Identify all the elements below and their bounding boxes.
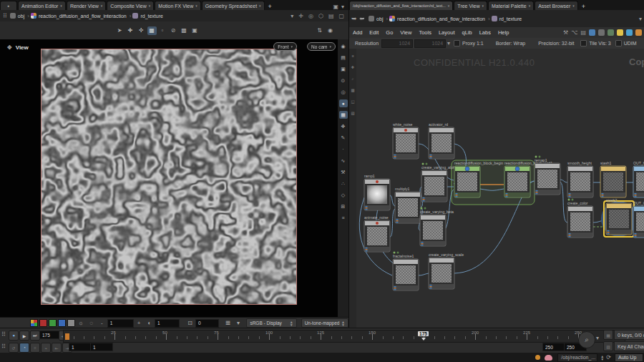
channel-red-button[interactable] xyxy=(39,319,47,327)
node-white_noise[interactable]: white_noise xyxy=(393,122,419,160)
key-remove-icon[interactable]: ⌁ xyxy=(41,343,51,353)
gamma-icon[interactable]: ⊡ xyxy=(185,319,195,328)
node-smooth_height[interactable]: smooth_height xyxy=(567,161,593,198)
precision-label[interactable]: Precision: 32-bit xyxy=(538,41,574,46)
menu-labs[interactable]: Labs xyxy=(476,29,494,36)
wrench-icon[interactable]: ⚒ xyxy=(339,168,348,176)
tab-close-icon[interactable]: ▾ xyxy=(259,4,261,8)
ff-button[interactable]: ⏭ xyxy=(30,331,40,341)
tab-close-icon[interactable]: ▾ xyxy=(572,4,575,8)
dot-icon[interactable]: · xyxy=(339,145,348,153)
contrast-icon[interactable]: ◐ xyxy=(145,319,154,328)
colorspace-select[interactable]: sRGB - Display▲▼ xyxy=(246,318,296,328)
dropdown-icon[interactable]: ▾ xyxy=(291,13,293,19)
network-editor[interactable]: CONFIDENTIAL H21.0.440 Copern ≡✚⌕▩◱▨ xyxy=(349,49,644,328)
tab-composite-view[interactable]: Composite View▾ xyxy=(107,1,154,10)
proxy-checkbox[interactable] xyxy=(454,40,460,47)
snapshot-icon[interactable]: ▤ xyxy=(339,54,348,62)
prev-key-icon[interactable]: ⇤ xyxy=(52,343,62,353)
target-icon[interactable]: ◎ xyxy=(339,88,348,96)
pane-grip-icon[interactable]: ⠿ xyxy=(1,343,6,350)
resolution-dropdown-icon[interactable]: ▾ xyxy=(447,40,450,47)
wire[interactable] xyxy=(560,182,567,222)
node-OUT_height[interactable]: OUT_height xyxy=(633,161,644,198)
breadcrumb-node[interactable]: rd_texture xyxy=(492,16,522,21)
frame-icon[interactable]: ▣ xyxy=(190,26,200,35)
grid-snap-icon[interactable]: ▩ xyxy=(180,26,189,35)
node-create_varying_scale[interactable]: create_varying_scale xyxy=(429,253,464,290)
loop-icon[interactable]: ↺ xyxy=(9,343,19,353)
light-icon[interactable]: ● xyxy=(339,99,348,107)
udim-checkbox[interactable] xyxy=(615,40,622,47)
find-icon[interactable]: ⌕ xyxy=(350,76,356,82)
handles-icon[interactable]: ✜ xyxy=(137,26,146,35)
zoom-timeline-button[interactable]: ⌕ xyxy=(578,331,595,348)
tab-close-icon[interactable]: ▾ xyxy=(448,4,450,8)
tonemap-select[interactable]: Un-tone-mapped▲▼ xyxy=(301,318,348,328)
current-frame-field[interactable]: 175 xyxy=(39,331,61,339)
tab-close-icon[interactable]: ▾ xyxy=(149,4,151,8)
autokey-icon[interactable]: ▨ xyxy=(603,341,613,351)
dropdown-icon[interactable]: ▾ xyxy=(234,319,243,328)
sort-icon[interactable]: ⇅ xyxy=(315,26,324,35)
ghost-icon[interactable]: ☼ xyxy=(77,319,86,328)
breadcrumb-network[interactable]: reaction_diffusion_and_flow_interaction xyxy=(31,13,127,19)
grid2-icon[interactable]: ⊞ xyxy=(339,202,348,210)
range-end-field[interactable]: 250 xyxy=(542,343,565,351)
current-frame-marker[interactable]: 175 xyxy=(418,331,429,336)
node-fractalnoise1[interactable]: fractalnoise1 xyxy=(393,252,419,291)
layers-icon[interactable]: ▤ xyxy=(328,13,334,19)
border-label[interactable]: Border: Wrap xyxy=(496,41,526,46)
breadcrumb-node[interactable]: rd_texture xyxy=(132,13,163,19)
filter-icon[interactable]: ▦ xyxy=(339,111,348,119)
grid-gray-icon[interactable] xyxy=(598,29,605,36)
gamma-field[interactable]: 0 xyxy=(195,319,219,328)
adapt-icon[interactable]: ◌ xyxy=(87,319,96,328)
channel-rgba-button[interactable] xyxy=(30,319,38,327)
tab-geometry-spreadsheet[interactable]: Geometry Spreadsheet▾ xyxy=(202,1,265,10)
menu-qlib[interactable]: qLib xyxy=(458,29,475,36)
pane-split-icon[interactable]: ▣ xyxy=(333,4,338,10)
pane-grip-icon[interactable]: ⠿ xyxy=(1,331,6,338)
sticky-icon[interactable] xyxy=(617,29,623,36)
node-create_varying_beta[interactable]: create_varying_beta xyxy=(420,207,454,247)
forward-icon[interactable]: ➥ xyxy=(359,15,365,22)
stop-button[interactable]: ▪ xyxy=(9,331,19,341)
palette-icon[interactable] xyxy=(608,29,614,36)
menu-help[interactable]: Help xyxy=(494,29,512,36)
back-icon[interactable]: ➥ xyxy=(351,15,357,22)
node-activator_rd[interactable]: activator_rd xyxy=(429,122,454,160)
reaction-diffusion-image[interactable] xyxy=(41,49,297,305)
channel-green-button[interactable] xyxy=(49,319,57,327)
tab-asset-browser[interactable]: Asset Browser▾ xyxy=(535,1,578,10)
node-create_color[interactable]: create_color xyxy=(567,199,593,238)
help-icon[interactable]: ◉ xyxy=(326,26,335,35)
tab-tree-view[interactable]: Tree View▾ xyxy=(454,1,487,10)
swatch-icon[interactable] xyxy=(635,29,642,36)
tab-animation-editor[interactable]: Animation Editor▾ xyxy=(18,1,66,10)
pane-icon-tab[interactable]: ▪ xyxy=(0,1,17,10)
wire[interactable] xyxy=(390,209,395,237)
menu-edit[interactable]: Edit xyxy=(366,29,382,36)
list-icon[interactable]: ▤ xyxy=(580,29,586,36)
refresh-icon[interactable]: ⟳ xyxy=(606,354,611,361)
context-path-field[interactable]: /obj/reaction_... xyxy=(557,353,597,362)
breadcrumb-obj[interactable]: obj xyxy=(10,13,24,19)
tab-render-view[interactable]: Render View▾ xyxy=(67,1,106,10)
box-zoom-icon[interactable]: ▫ xyxy=(158,26,167,35)
tilevis-checkbox[interactable] xyxy=(580,40,587,47)
node-animate_noise[interactable]: animate_noise xyxy=(364,215,390,253)
mmb-brain-icon[interactable] xyxy=(545,355,552,361)
key-all-channels-button[interactable]: Key All Channels xyxy=(614,341,644,351)
no-op-icon[interactable]: ⊘ xyxy=(169,26,178,35)
auto-update-select[interactable]: Auto Up xyxy=(615,353,643,362)
range-start2-field[interactable]: 1 xyxy=(90,343,113,351)
tab-material-palette[interactable]: Material Palette▾ xyxy=(488,1,534,10)
breadcrumb-obj[interactable]: obj xyxy=(369,16,383,21)
node-graph[interactable]: white_noiseactivator_rdramp1animate_nois… xyxy=(349,49,644,328)
node-type-icon[interactable]: ⬡ xyxy=(318,13,323,19)
layer2-icon[interactable]: ≡ xyxy=(339,214,348,222)
new-tab-button[interactable]: + xyxy=(265,3,275,10)
menu-add[interactable]: Add xyxy=(349,29,366,36)
range-start-field[interactable]: 1 xyxy=(69,343,92,351)
